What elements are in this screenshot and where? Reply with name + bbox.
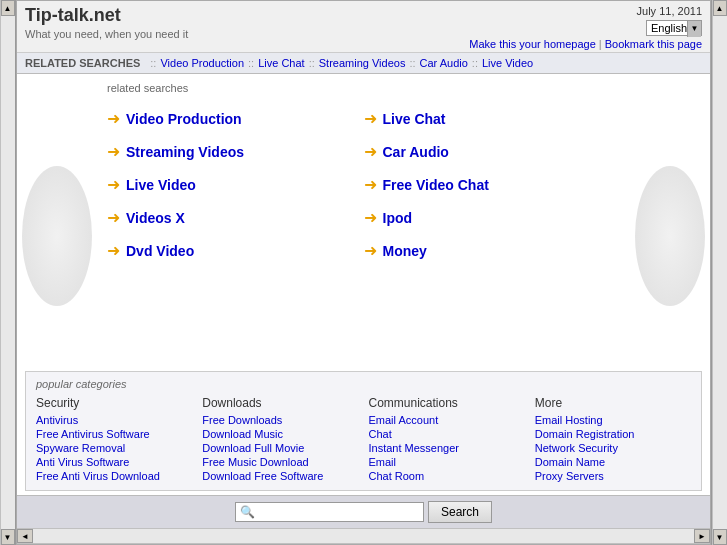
scroll-up-btn[interactable]: ▲ [1, 0, 15, 16]
cat-column-downloads: Downloads Free Downloads Download Music … [202, 396, 358, 484]
related-searches-label: related searches [107, 82, 620, 94]
arrow-icon: ➜ [107, 142, 120, 161]
popular-section: popular categories Security Antivirus Fr… [25, 371, 702, 491]
language-dropdown-arrow[interactable]: ▼ [687, 21, 701, 37]
cat-link[interactable]: Proxy Servers [535, 470, 691, 482]
list-item: ➜ Car Audio [364, 135, 621, 168]
search-link-9[interactable]: Money [383, 243, 427, 259]
arrow-icon: ➜ [107, 175, 120, 194]
cat-title-security: Security [36, 396, 192, 410]
search-link-6[interactable]: Videos X [126, 210, 185, 226]
list-item: ➜ Dvd Video [107, 234, 364, 267]
language-selector[interactable]: English ▼ [646, 20, 702, 36]
arrow-icon: ➜ [364, 142, 377, 161]
popular-label: popular categories [36, 378, 691, 390]
list-item: ➜ Live Video [107, 168, 364, 201]
cat-title-more: More [535, 396, 691, 410]
scroll-left-btn[interactable]: ◄ [17, 529, 33, 543]
cat-link[interactable]: Free Music Download [202, 456, 358, 468]
arrow-icon: ➜ [107, 109, 120, 128]
list-item: ➜ Money [364, 234, 621, 267]
scroll-down-btn[interactable]: ▼ [1, 529, 15, 545]
nav-item-1[interactable]: Live Chat [258, 57, 304, 69]
cat-link[interactable]: Anti Virus Software [36, 456, 192, 468]
cat-link[interactable]: Chat [369, 428, 525, 440]
arrow-icon: ➜ [364, 175, 377, 194]
arrow-icon: ➜ [107, 208, 120, 227]
list-item: ➜ Video Production [107, 102, 364, 135]
cat-link[interactable]: Free Anti Virus Download [36, 470, 192, 482]
bookmark-link[interactable]: Bookmark this page [605, 38, 702, 50]
center-content: related searches ➜ Video Production ➜ Li… [97, 74, 630, 367]
search-button[interactable]: Search [428, 501, 492, 523]
cat-column-communications: Communications Email Account Chat Instan… [369, 396, 525, 484]
nav-item-0[interactable]: Video Production [160, 57, 244, 69]
search-link-0[interactable]: Video Production [126, 111, 242, 127]
cat-title-communications: Communications [369, 396, 525, 410]
site-subtitle: What you need, when you need it [25, 28, 188, 40]
site-info: Tip-talk.net What you need, when you nee… [25, 5, 188, 40]
search-link-1[interactable]: Live Chat [383, 111, 446, 127]
list-item: ➜ Live Chat [364, 102, 621, 135]
cat-link[interactable]: Email Account [369, 414, 525, 426]
search-link-3[interactable]: Car Audio [383, 144, 449, 160]
cat-link[interactable]: Download Free Software [202, 470, 358, 482]
nav-item-2[interactable]: Streaming Videos [319, 57, 406, 69]
search-link-4[interactable]: Live Video [126, 177, 196, 193]
cat-link[interactable]: Instant Messenger [369, 442, 525, 454]
cat-link[interactable]: Chat Room [369, 470, 525, 482]
search-link-2[interactable]: Streaming Videos [126, 144, 244, 160]
search-input[interactable] [259, 505, 419, 519]
nav-label: RELATED SEARCHES [25, 57, 140, 69]
search-link-5[interactable]: Free Video Chat [383, 177, 489, 193]
cat-link[interactable]: Domain Registration [535, 428, 691, 440]
cat-link[interactable]: Download Music [202, 428, 358, 440]
scroll-right-btn[interactable]: ► [694, 529, 710, 543]
utility-links: Make this your homepage | Bookmark this … [469, 38, 702, 50]
cat-link[interactable]: Download Full Movie [202, 442, 358, 454]
scroll-track-bottom [33, 529, 694, 543]
nav-bar: RELATED SEARCHES :: Video Production :: … [17, 53, 710, 74]
right-circle [635, 166, 705, 306]
arrow-icon: ➜ [364, 109, 377, 128]
search-link-7[interactable]: Ipod [383, 210, 413, 226]
bottom-scrollbar: ◄ ► [17, 528, 710, 544]
cat-link[interactable]: Free Antivirus Software [36, 428, 192, 440]
left-decoration [17, 74, 97, 367]
search-area: related searches ➜ Video Production ➜ Li… [17, 74, 710, 367]
right-decoration [630, 74, 710, 367]
categories-grid: Security Antivirus Free Antivirus Softwa… [36, 396, 691, 484]
cat-column-more: More Email Hosting Domain Registration N… [535, 396, 691, 484]
homepage-link[interactable]: Make this your homepage [469, 38, 596, 50]
nav-item-4[interactable]: Live Video [482, 57, 533, 69]
scroll-down-right-btn[interactable]: ▼ [713, 529, 727, 545]
nav-sep-1: :: [150, 57, 156, 69]
arrow-icon: ➜ [364, 241, 377, 260]
top-bar: Tip-talk.net What you need, when you nee… [17, 1, 710, 53]
search-link-8[interactable]: Dvd Video [126, 243, 194, 259]
cat-link[interactable]: Free Downloads [202, 414, 358, 426]
search-input-wrap: 🔍 [235, 502, 424, 522]
cat-link[interactable]: Email [369, 456, 525, 468]
cat-column-security: Security Antivirus Free Antivirus Softwa… [36, 396, 192, 484]
page-body: related searches ➜ Video Production ➜ Li… [17, 74, 710, 544]
cat-link[interactable]: Antivirus [36, 414, 192, 426]
cat-link[interactable]: Email Hosting [535, 414, 691, 426]
cat-title-downloads: Downloads [202, 396, 358, 410]
list-item: ➜ Free Video Chat [364, 168, 621, 201]
links-grid: ➜ Video Production ➜ Live Chat ➜ Streami… [107, 102, 620, 267]
language-label: English [651, 22, 687, 34]
top-right: July 11, 2011 English ▼ Make this your h… [469, 5, 702, 50]
cat-link[interactable]: Spyware Removal [36, 442, 192, 454]
cat-link[interactable]: Network Security [535, 442, 691, 454]
scroll-track-left [1, 16, 15, 529]
right-scrollbar: ▲ ▼ [711, 0, 727, 545]
nav-item-3[interactable]: Car Audio [420, 57, 468, 69]
list-item: ➜ Videos X [107, 201, 364, 234]
left-circle [22, 166, 92, 306]
search-icon: 🔍 [240, 505, 255, 519]
cat-link[interactable]: Domain Name [535, 456, 691, 468]
list-item: ➜ Streaming Videos [107, 135, 364, 168]
scroll-up-right-btn[interactable]: ▲ [713, 0, 727, 16]
arrow-icon: ➜ [107, 241, 120, 260]
